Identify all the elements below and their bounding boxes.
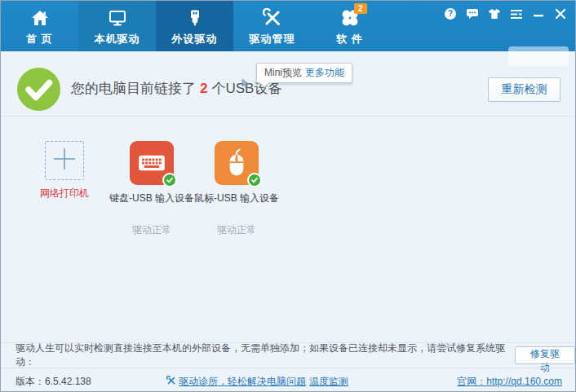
tab-label: 首 页 xyxy=(26,32,53,46)
window-controls: ? xyxy=(444,7,567,20)
rescan-button[interactable]: 重新检测 xyxy=(488,77,560,102)
tab-driver-management[interactable]: 驱动管理 xyxy=(233,1,311,51)
status-section: 您的电脑目前链接了2个USB设备 重新检测 Mini预览更多功能 xyxy=(1,51,575,116)
mouse-device-tile[interactable]: 鼠标-USB 输入设备 驱动正常 xyxy=(195,141,278,237)
add-network-printer-tile[interactable]: 网络打印机 xyxy=(38,141,91,200)
version-text: 版本：6.5.42.138 xyxy=(16,375,91,389)
keyboard-device-tile[interactable]: 键盘-USB 输入设备 驱动正常 xyxy=(110,141,193,237)
section-divider xyxy=(1,116,575,117)
tab-label: 外设驱动 xyxy=(172,32,218,46)
mouse-icon[interactable] xyxy=(215,141,259,185)
driver-ok-badge-icon xyxy=(162,173,177,187)
mini-preview-handle[interactable] xyxy=(508,46,569,66)
plus-icon xyxy=(52,147,77,174)
device-status: 驱动正常 xyxy=(132,223,171,237)
driver-clinic: 驱动诊所，轻松解决电脑问题 xyxy=(166,374,306,389)
repair-driver-button[interactable]: 修复驱动 xyxy=(515,346,575,364)
tab-software[interactable]: 软 件 2 xyxy=(311,1,388,51)
device-count: 2 xyxy=(200,81,207,96)
monitor-icon xyxy=(108,7,127,29)
software-update-badge: 2 xyxy=(354,3,367,14)
device-label: 网络打印机 xyxy=(40,187,89,200)
device-list: 网络打印机 键盘-USB 输入设备 驱动正常 鼠标-USB 输入设备 驱动正常 xyxy=(38,141,278,237)
tab-label: 本机驱动 xyxy=(95,32,140,46)
device-status: 驱动正常 xyxy=(217,223,256,237)
mini-preview-tooltip: Mini预览更多功能 xyxy=(256,63,352,83)
skin-icon[interactable] xyxy=(488,7,501,20)
footer: 版本：6.5.42.138 驱动诊所，轻松解决电脑问题 温度监测 官网：http… xyxy=(1,368,575,392)
driver-app-window: 首 页 本机驱动 外设驱动 驱动管理 软 件 2 xyxy=(0,0,576,392)
device-label: 鼠标-USB 输入设备 xyxy=(194,192,279,205)
close-icon[interactable] xyxy=(554,7,567,20)
tooltip-text: Mini预览 xyxy=(264,67,302,78)
hint-text: 驱动人生可以实时检测直接连接至本机的外部设备，无需单独添加；如果设备已连接却未显… xyxy=(16,341,507,369)
tab-home[interactable]: 首 页 xyxy=(1,1,78,51)
success-check-icon xyxy=(17,68,60,114)
home-icon xyxy=(30,7,50,29)
temperature-monitor-link[interactable]: 温度监测 xyxy=(309,375,348,389)
tab-peripheral-drivers[interactable]: 外设驱动 xyxy=(156,1,233,51)
more-features-link[interactable]: 更多功能 xyxy=(305,67,344,78)
minimize-icon[interactable] xyxy=(532,7,545,20)
official-site-link[interactable]: 官网：http://qd.160.com xyxy=(457,375,562,389)
hint-row: 驱动人生可以实时检测直接连接至本机的外部设备，无需单独添加；如果设备已连接却未显… xyxy=(1,342,575,368)
menu-icon[interactable] xyxy=(510,7,523,20)
wrench-icon xyxy=(166,374,176,389)
tab-local-drivers[interactable]: 本机驱动 xyxy=(78,1,156,51)
cursor-icon xyxy=(241,77,252,92)
keyboard-icon[interactable] xyxy=(130,141,174,185)
tab-label: 软 件 xyxy=(336,32,363,46)
add-device-box[interactable] xyxy=(45,141,84,180)
tab-label: 驱动管理 xyxy=(250,32,295,46)
driver-clinic-link[interactable]: 驱动诊所，轻松解决电脑问题 xyxy=(179,375,306,389)
usb-icon xyxy=(185,7,205,29)
tools-icon xyxy=(263,7,282,29)
help-icon[interactable]: ? xyxy=(444,7,457,20)
device-label: 键盘-USB 输入设备 xyxy=(109,192,194,205)
driver-ok-badge-icon xyxy=(247,173,262,187)
feedback-icon[interactable] xyxy=(466,7,479,20)
